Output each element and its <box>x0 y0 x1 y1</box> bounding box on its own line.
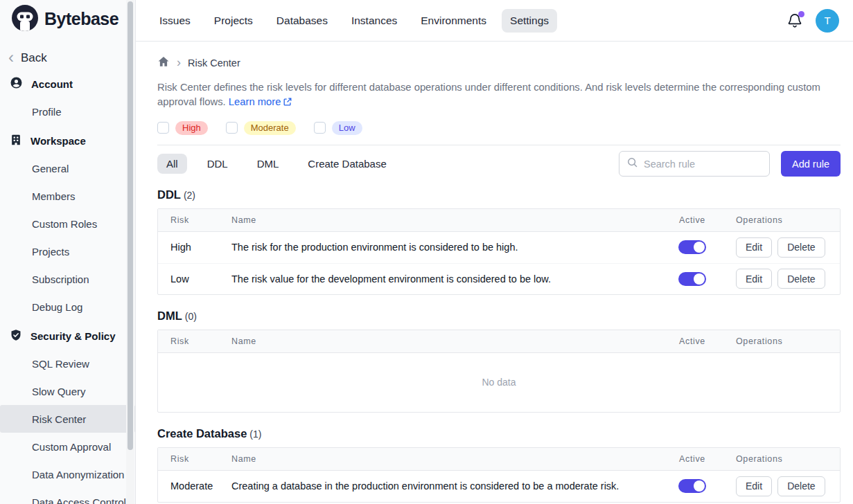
col-name: Name <box>231 454 654 464</box>
risk-value: Moderate <box>158 480 231 492</box>
nav-item-databases[interactable]: Databases <box>268 9 336 33</box>
tab-all[interactable]: All <box>157 154 187 174</box>
search-icon <box>626 156 638 171</box>
risk-value: Low <box>158 273 231 285</box>
back-button[interactable]: ‹ Back <box>0 38 135 69</box>
col-active: Active <box>654 454 730 464</box>
edit-button[interactable]: Edit <box>736 476 772 496</box>
building-icon <box>10 134 22 148</box>
sidebar-item-sql-review[interactable]: SQL Review <box>0 350 135 377</box>
col-active: Active <box>654 336 730 346</box>
col-risk: Risk <box>158 336 231 346</box>
active-toggle[interactable] <box>678 272 706 286</box>
sidebar-header-workspace: Workspace <box>0 127 135 154</box>
col-risk: Risk <box>158 454 231 464</box>
sidebar-item-general[interactable]: General <box>0 154 135 182</box>
edit-button[interactable]: Edit <box>736 269 772 289</box>
sidebar-group-label: Account <box>31 78 73 90</box>
home-icon[interactable] <box>157 55 170 71</box>
chevron-right-icon: › <box>177 56 181 69</box>
create-database-rules-table: Risk Name Active Operations Moderate Cre… <box>157 447 841 503</box>
sidebar-item-risk-center[interactable]: Risk Center <box>0 405 135 433</box>
edit-button[interactable]: Edit <box>736 237 772 258</box>
filter-low: Low <box>314 121 362 135</box>
brand-name: Bytebase <box>44 9 118 29</box>
settings-sidebar: Bytebase ‹ Back Account Profile Workspac… <box>0 0 136 504</box>
dml-rules-table: Risk Name Active Operations No data <box>157 330 841 413</box>
nav-item-issues[interactable]: Issues <box>151 9 199 33</box>
sidebar-scrollbar-thumb[interactable] <box>127 1 133 450</box>
high-checkbox[interactable] <box>157 122 169 134</box>
col-name: Name <box>231 336 654 346</box>
page-description: Risk Center defines the risk levels for … <box>157 80 841 110</box>
breadcrumb-current: Risk Center <box>188 57 240 69</box>
table-header: Risk Name Active Operations <box>158 448 840 471</box>
table-row: Moderate Creating a database in the prod… <box>158 471 840 502</box>
sidebar-scrollbar[interactable] <box>126 0 134 504</box>
sidebar-item-debug-log[interactable]: Debug Log <box>0 293 135 321</box>
sidebar-group-workspace: Workspace General Members Custom Roles P… <box>0 127 135 321</box>
sidebar-item-projects[interactable]: Projects <box>0 237 135 265</box>
tab-dml[interactable]: DML <box>248 154 288 174</box>
delete-button[interactable]: Delete <box>777 476 825 496</box>
rule-name: The risk value for the development envir… <box>231 273 654 285</box>
section-count: (2) <box>184 190 195 201</box>
avatar[interactable]: T <box>816 9 839 33</box>
filter-moderate: Moderate <box>226 121 296 135</box>
col-operations: Operations <box>730 336 840 346</box>
sidebar-item-custom-roles[interactable]: Custom Roles <box>0 210 135 237</box>
shield-icon <box>10 329 22 343</box>
sidebar-item-slow-query[interactable]: Slow Query <box>0 377 135 405</box>
moderate-badge: Moderate <box>244 121 296 135</box>
sidebar-item-subscription[interactable]: Subscription <box>0 265 135 293</box>
top-navigation: Issues Projects Databases Instances Envi… <box>136 0 853 42</box>
delete-button[interactable]: Delete <box>777 237 825 258</box>
add-rule-button[interactable]: Add rule <box>781 151 841 177</box>
filter-high: High <box>157 121 208 135</box>
risk-level-filters: High Moderate Low <box>157 121 841 145</box>
tab-ddl[interactable]: DDL <box>198 154 237 174</box>
nav-item-instances[interactable]: Instances <box>343 9 405 33</box>
ddl-rules-table: Risk Name Active Operations High The ris… <box>157 208 841 295</box>
sidebar-group-label: Security & Policy <box>30 330 116 342</box>
rule-name: Creating a database in the production en… <box>231 480 654 492</box>
sidebar-item-custom-approval[interactable]: Custom Approval <box>0 433 135 460</box>
learn-more-link[interactable]: Learn more <box>229 96 292 107</box>
nav-item-settings[interactable]: Settings <box>502 9 557 33</box>
active-toggle[interactable] <box>678 479 706 493</box>
nav-links: Issues Projects Databases Instances Envi… <box>151 9 557 33</box>
sidebar-item-data-access-control[interactable]: Data Access Control <box>0 488 135 504</box>
sidebar-group-security-policy: Security & Policy SQL Review Slow Query … <box>0 322 135 504</box>
active-toggle[interactable] <box>678 240 706 254</box>
sidebar-item-data-anonymization[interactable]: Data Anonymization <box>0 460 135 488</box>
search-input[interactable] <box>644 159 773 170</box>
notification-bell-icon[interactable] <box>786 12 803 29</box>
table-row: High The risk for the production environ… <box>158 232 840 263</box>
delete-button[interactable]: Delete <box>777 269 825 289</box>
col-active: Active <box>654 215 730 225</box>
nav-item-projects[interactable]: Projects <box>206 9 261 33</box>
table-row: Low The risk value for the development e… <box>158 263 840 294</box>
section-title-dml: DML(0) <box>157 309 841 323</box>
sidebar-item-members[interactable]: Members <box>0 182 135 210</box>
nav-right: T <box>786 9 839 33</box>
nav-item-environments[interactable]: Environments <box>412 9 495 33</box>
search-box <box>619 151 770 177</box>
brand-logo[interactable]: Bytebase <box>0 0 135 38</box>
col-name: Name <box>231 215 654 225</box>
section-title-ddl: DDL(2) <box>157 188 841 201</box>
col-risk: Risk <box>158 215 231 225</box>
section-count: (1) <box>249 429 261 440</box>
moderate-checkbox[interactable] <box>226 122 238 134</box>
section-title-create-database: Create Database(1) <box>157 427 841 440</box>
user-icon <box>10 76 23 91</box>
low-checkbox[interactable] <box>314 122 326 134</box>
bytebase-logo-icon <box>11 4 39 35</box>
tab-create-database[interactable]: Create Database <box>299 154 395 174</box>
sidebar-item-profile[interactable]: Profile <box>0 98 135 125</box>
sidebar-group-label: Workspace <box>30 135 86 147</box>
back-label: Back <box>21 51 47 65</box>
sidebar-header-account: Account <box>0 70 135 98</box>
section-count: (0) <box>185 311 197 322</box>
main-area: Issues Projects Databases Instances Envi… <box>136 0 853 504</box>
